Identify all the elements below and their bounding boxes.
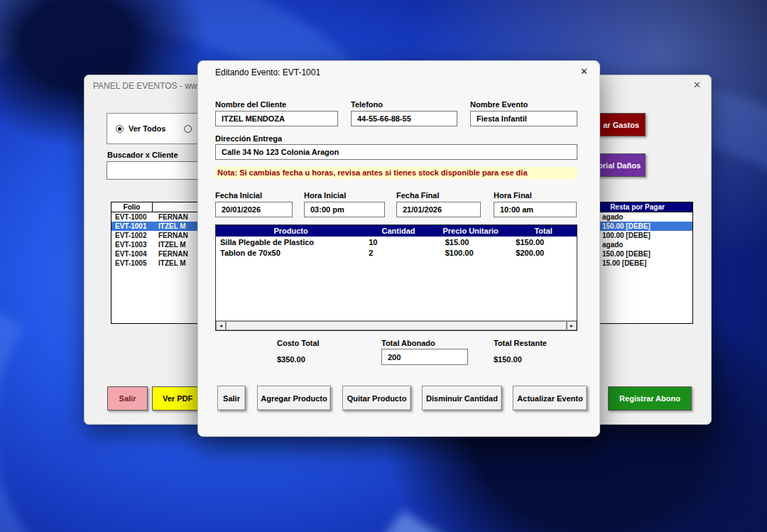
- hora-inicial-input[interactable]: [304, 202, 385, 217]
- direccion-label: Dirección Entrega: [215, 134, 282, 143]
- disminuir-cantidad-button[interactable]: Disminuir Cantidad: [422, 386, 502, 411]
- quitar-producto-button[interactable]: Quitar Producto: [342, 386, 411, 411]
- fecha-inicial-label: Fecha Inicial: [215, 191, 262, 200]
- cantidad-column-header: Cantidad: [366, 227, 431, 235]
- horizontal-scrollbar[interactable]: ◄ ►: [216, 320, 577, 330]
- events-list-header-left: Folio: [111, 202, 203, 212]
- productos-table: Producto Cantidad Precio Unitario Total …: [215, 224, 577, 331]
- events-list-left: EVT-1000FERNAN EVT-1001ITZEL M EVT-1002F…: [111, 212, 203, 324]
- nombre-cliente-input[interactable]: [215, 111, 338, 126]
- editor-close-icon[interactable]: ✕: [580, 66, 588, 77]
- nombre-cliente-label: Nombre del Cliente: [215, 100, 286, 109]
- nombre-evento-label: Nombre Evento: [470, 100, 528, 109]
- agregar-producto-button[interactable]: Agregar Producto: [257, 386, 331, 411]
- folio-column-header: Folio: [111, 202, 153, 212]
- panel-window-title: PANEL DE EVENTOS - www.t: [93, 81, 207, 91]
- radio-filter-second[interactable]: [184, 125, 192, 133]
- costo-total-value: $350.00: [277, 355, 305, 364]
- fecha-final-input[interactable]: [396, 202, 481, 217]
- total-restante-value: $150.00: [494, 355, 522, 364]
- costo-total-label: Costo Total: [277, 339, 320, 347]
- editor-title: Editando Evento: EVT-1001: [215, 67, 320, 77]
- event-row-selected[interactable]: EVT-1001ITZEL M: [111, 222, 202, 231]
- scrollbar-thumb[interactable]: [226, 321, 567, 330]
- hora-final-input[interactable]: [494, 202, 577, 217]
- editor-salir-button[interactable]: Salir: [217, 386, 246, 411]
- total-column-header: Total: [510, 227, 577, 235]
- event-row[interactable]: EVT-1000FERNAN: [111, 212, 202, 222]
- total-abonado-label: Total Abonado: [381, 339, 435, 347]
- producto-row[interactable]: Tablon de 70x50 2 $100.00 $200.00: [216, 247, 577, 258]
- actualizar-evento-button[interactable]: Actualizar Evento: [513, 386, 587, 411]
- desktop: PANEL DE EVENTOS - www.t ✕ Ver Todos Bus…: [0, 0, 767, 532]
- hora-inicial-label: Hora Inicial: [304, 191, 346, 200]
- hora-final-label: Hora Final: [494, 191, 532, 200]
- telefono-input[interactable]: [351, 111, 457, 126]
- productos-table-header: Producto Cantidad Precio Unitario Total: [216, 225, 577, 237]
- event-row[interactable]: EVT-1004FERNAN: [111, 249, 202, 259]
- fecha-inicial-input[interactable]: [215, 202, 293, 217]
- total-abonado-input[interactable]: [381, 349, 468, 365]
- total-restante-label: Total Restante: [494, 339, 547, 347]
- scroll-left-icon[interactable]: ◄: [216, 321, 226, 330]
- producto-column-header: Producto: [216, 227, 366, 235]
- stock-warning-note: Nota: Si cambias fecha u horas, revisa a…: [215, 167, 577, 179]
- radio-ver-todos[interactable]: [116, 125, 124, 133]
- event-row[interactable]: EVT-1003ITZEL M: [111, 240, 202, 249]
- scroll-right-icon[interactable]: ►: [567, 321, 577, 330]
- nombre-evento-input[interactable]: [470, 111, 577, 126]
- producto-row[interactable]: Silla Plegable de Plastico 10 $15.00 $15…: [216, 237, 577, 247]
- event-row[interactable]: EVT-1002FERNAN: [111, 231, 202, 240]
- precio-column-header: Precio Unitario: [431, 227, 511, 235]
- registrar-abono-button[interactable]: Registrar Abono: [608, 386, 692, 411]
- panel-close-icon[interactable]: ✕: [693, 80, 701, 91]
- event-row[interactable]: EVT-1005ITZEL M: [111, 259, 202, 268]
- fecha-final-label: Fecha Final: [396, 191, 440, 200]
- panel-salir-button[interactable]: Salir: [107, 386, 148, 411]
- editor-modal: Editando Evento: EVT-1001 ✕ Nombre del C…: [197, 60, 600, 437]
- telefono-label: Telefono: [351, 100, 383, 109]
- direccion-input[interactable]: [215, 144, 577, 160]
- radio-ver-todos-label: Ver Todos: [129, 124, 165, 133]
- productos-table-body: Silla Plegable de Plastico 10 $15.00 $15…: [216, 237, 577, 320]
- buscador-label: Buscador x Cliente: [107, 151, 178, 159]
